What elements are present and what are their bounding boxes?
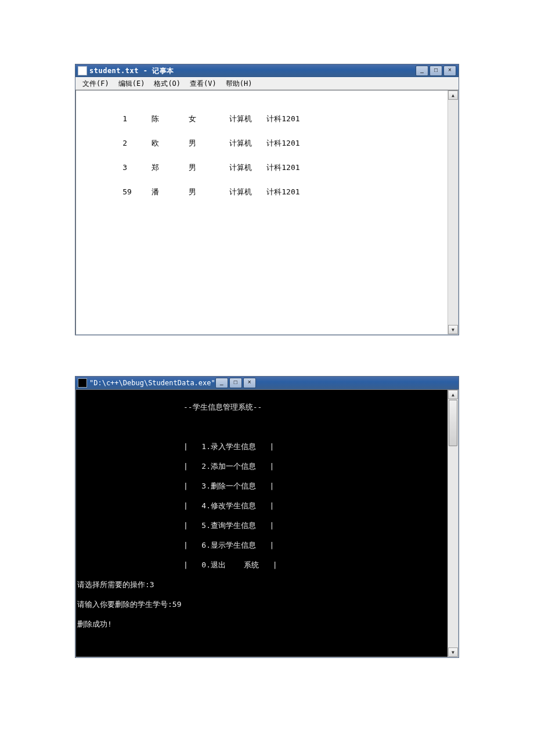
console-blank <box>76 422 448 432</box>
console-blank <box>76 639 448 649</box>
console-line: 删除成功! <box>76 619 448 629</box>
text-row: 59潘男计算机计科1201 <box>77 180 448 188</box>
console-line: | 2.添加一个信息 | <box>76 461 448 471</box>
console-line: | 1.录入学生信息 | <box>76 442 448 451</box>
console-line: | 0.退出 系统 | <box>76 560 448 570</box>
scroll-up-button[interactable] <box>448 91 458 100</box>
menu-view[interactable]: 查看(V) <box>185 78 221 89</box>
console-line: | 3.删除一个信息 | <box>76 481 448 491</box>
maximize-button[interactable]: □ <box>430 66 442 76</box>
menu-file[interactable]: 文件(F) <box>78 78 114 89</box>
notepad-scrollbar[interactable] <box>448 91 458 334</box>
console-line: 请输入你要删除的学生学号:59 <box>76 599 448 609</box>
close-button[interactable]: × <box>243 378 256 388</box>
notepad-client-area: 1陈女计算机计科1201 2欧男计算机计科1201 3郑男计算机计科1201 5… <box>75 90 459 335</box>
console-line: 请选择所需要的操作:3 <box>76 580 448 589</box>
cell-dept: 计算机 <box>229 115 266 123</box>
console-output[interactable]: --学生信息管理系统-- | 1.录入学生信息 | | 2.添加一个信息 | |… <box>76 390 448 657</box>
notepad-title: student.txt - 记事本 <box>89 66 416 76</box>
console-window: "D:\c++\Debug\StudentData.exe" _ □ × --学… <box>75 376 459 658</box>
scroll-thumb[interactable] <box>449 400 457 446</box>
console-titlebar[interactable]: "D:\c++\Debug\StudentData.exe" _ □ × <box>75 377 459 389</box>
text-row: 1陈女计算机计科1201 <box>77 107 448 115</box>
minimize-button[interactable]: _ <box>416 66 428 76</box>
cell-sex: 女 <box>189 115 229 123</box>
notepad-window: student.txt - 记事本 _ □ × 文件(F) 编辑(E) 格式(O… <box>75 64 459 335</box>
notepad-textarea[interactable]: 1陈女计算机计科1201 2欧男计算机计科1201 3郑男计算机计科1201 5… <box>76 91 448 334</box>
notepad-icon <box>78 66 87 75</box>
window-buttons: _ □ × <box>416 66 456 76</box>
notepad-titlebar[interactable]: student.txt - 记事本 _ □ × <box>75 64 459 77</box>
console-line: --学生信息管理系统-- <box>76 402 448 412</box>
cell-name: 陈 <box>151 115 189 123</box>
console-line: | 5.查询学生信息 | <box>76 520 448 530</box>
text-row: 3郑男计算机计科1201 <box>77 155 448 164</box>
console-line: | 6.显示学生信息 | <box>76 540 448 550</box>
console-line: | 4.修改学生信息 | <box>76 501 448 511</box>
menu-format[interactable]: 格式(O) <box>149 78 185 89</box>
console-title: "D:\c++\Debug\StudentData.exe" <box>89 379 215 387</box>
window-buttons: _ □ × <box>215 378 256 388</box>
cell-id: 1 <box>122 115 151 123</box>
close-button[interactable]: × <box>443 66 456 76</box>
menu-help[interactable]: 帮助(H) <box>221 78 257 89</box>
console-client-area: --学生信息管理系统-- | 1.录入学生信息 | | 2.添加一个信息 | |… <box>75 389 459 657</box>
cell-class: 计科1201 <box>266 115 300 123</box>
text-row: 2欧男计算机计科1201 <box>77 131 448 139</box>
menu-edit[interactable]: 编辑(E) <box>114 78 150 89</box>
console-icon <box>78 378 87 388</box>
document-page: student.txt - 记事本 _ □ × 文件(F) 编辑(E) 格式(O… <box>0 0 534 756</box>
notepad-menubar: 文件(F) 编辑(E) 格式(O) 查看(V) 帮助(H) <box>75 77 459 90</box>
scroll-down-button[interactable] <box>448 325 458 334</box>
scroll-down-button[interactable] <box>448 648 458 657</box>
maximize-button[interactable]: □ <box>229 378 242 388</box>
console-scrollbar[interactable] <box>448 390 458 657</box>
scroll-up-button[interactable] <box>448 390 458 399</box>
minimize-button[interactable]: _ <box>215 378 228 388</box>
